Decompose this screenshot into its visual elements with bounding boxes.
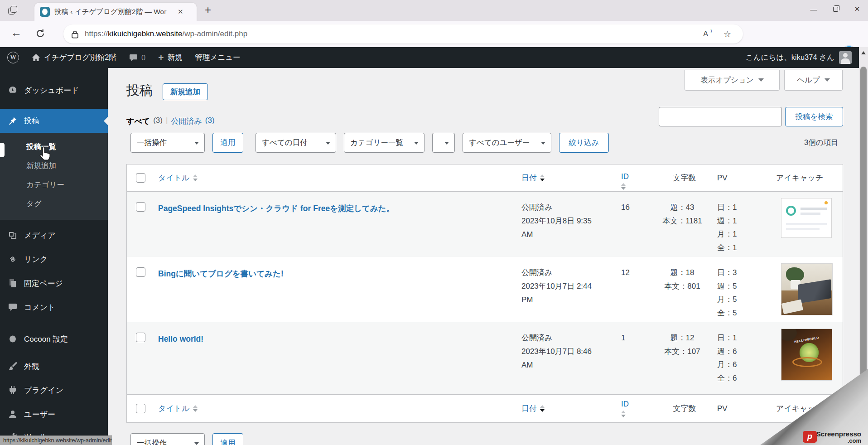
table-header: タイトル 日付 ID 文字数 PV アイキャッチ [127, 164, 843, 192]
sidebar-item-pages[interactable]: 固定ページ [0, 273, 108, 294]
sidebar-item-dashboard[interactable]: ダッシュボード [0, 80, 108, 101]
table-row: Bingに聞いてブログを書いてみた! 公開済み2023年10月7日 2:44PM… [127, 257, 843, 322]
help-button[interactable]: ヘルプ [784, 70, 843, 91]
media-icon [8, 231, 18, 240]
workspaces-icon[interactable] [8, 6, 18, 15]
search-posts-button[interactable]: 投稿を検索 [785, 107, 843, 126]
browser-tab[interactable]: 投稿 ‹ イチゲブログ別館2階 — Wor ✕ [34, 3, 197, 21]
sidebar-item-cocoon[interactable]: Cocoon 設定 [0, 329, 108, 349]
id-cell: 12 [621, 257, 652, 322]
post-thumbnail: HELLOWORLD [781, 329, 832, 381]
sort-by-date[interactable]: 日付 [521, 173, 545, 183]
tab-close-icon[interactable]: ✕ [178, 8, 183, 16]
apply-button[interactable]: 適用 [212, 133, 243, 153]
comment-bubble-icon [129, 54, 138, 62]
back-button[interactable]: ← [11, 26, 22, 39]
sidebar-item-links[interactable]: リンク [0, 249, 108, 270]
sidebar-item-comments[interactable]: コメント [0, 297, 108, 318]
select-all-checkbox[interactable] [136, 173, 145, 183]
comments-link[interactable]: 0 [129, 53, 145, 62]
wp-admin-bar: W イチゲブログ別館2階 0 + 新規 管理メニュー こんにちは、kiku374… [0, 47, 859, 68]
sidebar-item-plugins[interactable]: プラグイン [0, 380, 108, 401]
sort-by-title[interactable]: タイトル [158, 403, 198, 414]
row-checkbox[interactable] [136, 267, 145, 277]
sort-by-date[interactable]: 日付 [521, 403, 545, 414]
view-all-count: (3) [153, 116, 163, 126]
window-minimize-button[interactable]: — [803, 0, 825, 18]
appearance-brush-icon [8, 362, 18, 371]
greeting-text: こんにちは、kiku374 さん [746, 53, 834, 63]
chevron-down-icon [444, 142, 449, 145]
visit-site-link[interactable]: イチゲブログ別館2階 [32, 53, 116, 63]
url-bar[interactable]: https://kikuichigebkn.website/wp-admin/e… [63, 24, 743, 44]
chars-column-header: 文字数 [673, 404, 696, 413]
scrollbar-thumb[interactable] [860, 67, 867, 390]
plugin-icon [8, 386, 18, 395]
pv-cell: 日：1週：1月：1全：1 [717, 192, 776, 257]
thumbnail-column-header: アイキャッチ [776, 174, 823, 182]
home-icon [32, 53, 40, 62]
post-title-link[interactable]: Bingに聞いてブログを書いてみた! [158, 268, 284, 280]
submenu-item-categories[interactable]: カテゴリー [0, 176, 108, 193]
account-menu[interactable]: こんにちは、kiku374 さん [746, 51, 852, 64]
category-filter-select[interactable]: カテゴリー一覧 [344, 133, 424, 153]
sidebar-item-media[interactable]: メディア [0, 225, 108, 246]
browser-status-bar: https://kikuichigebkn.website/wp-admin/e… [0, 435, 112, 445]
sort-by-id[interactable]: ID [621, 166, 652, 190]
user-icon [8, 410, 18, 419]
author-filter-select[interactable]: すべてのユーザー [463, 133, 551, 153]
chars-column-header: 文字数 [673, 174, 696, 182]
extra-filter-select[interactable] [432, 133, 455, 153]
search-posts-input[interactable] [659, 107, 782, 126]
row-checkbox[interactable] [136, 333, 145, 342]
watermark-brand: Screenpresso [816, 430, 861, 438]
pv-cell: 日：1週：6月：6全：6 [717, 322, 776, 394]
submenu-item-all-posts[interactable]: 投稿一覧 [0, 138, 108, 155]
bulk-actions-select[interactable]: 一括操作 [130, 433, 205, 445]
window-close-button[interactable]: ✕ [846, 0, 868, 18]
sidebar-item-appearance[interactable]: 外観 [0, 356, 108, 377]
item-count: 3個の項目 [804, 138, 839, 148]
pv-column-header: PV [717, 174, 728, 182]
favorite-star-icon[interactable]: ☆ [723, 29, 731, 39]
post-title-link[interactable]: Hello world! [158, 333, 203, 345]
filter-button[interactable]: 絞り込み [559, 133, 609, 153]
posts-submenu: 投稿一覧 新規追加 カテゴリー タグ [0, 133, 108, 220]
row-checkbox[interactable] [136, 202, 145, 212]
chevron-down-icon [541, 142, 545, 145]
read-aloud-icon[interactable]: A [703, 30, 708, 38]
refresh-button[interactable] [35, 29, 45, 40]
comment-count: 0 [141, 53, 145, 62]
screenpresso-logo-icon: p [803, 431, 817, 443]
sidebar-item-users[interactable]: ユーザー [0, 404, 108, 425]
apply-button[interactable]: 適用 [212, 433, 243, 445]
window-restore-button[interactable] [825, 0, 846, 18]
new-content-link[interactable]: + 新規 [158, 52, 182, 63]
sort-by-title[interactable]: タイトル [158, 173, 198, 183]
url-text: https://kikuichigebkn.website/wp-admin/e… [85, 29, 247, 39]
cocoon-icon [8, 334, 18, 343]
wp-logo-menu[interactable]: W [7, 52, 19, 63]
new-tab-button[interactable]: + [205, 4, 211, 16]
date-filter-select[interactable]: すべての日付 [256, 133, 336, 153]
view-published-link[interactable]: 公開済み [171, 116, 202, 126]
view-all-link[interactable]: すべて [126, 116, 150, 126]
chevron-down-icon [758, 78, 764, 82]
scroll-up-arrow-icon[interactable] [859, 47, 868, 58]
admin-menu-link[interactable]: 管理メニュー [195, 53, 240, 63]
submenu-item-tags[interactable]: タグ [0, 195, 108, 212]
sort-by-id[interactable]: ID [621, 400, 652, 417]
sidebar-item-posts[interactable]: 投稿 [0, 109, 108, 133]
add-new-post-button[interactable]: 新規追加 [163, 83, 208, 100]
link-icon [8, 255, 18, 264]
browser-tab-strip: 投稿 ‹ イチゲブログ別館2階 — Wor ✕ + — ✕ [0, 0, 868, 21]
watermark-suffix: .com [848, 437, 861, 444]
select-all-checkbox[interactable] [136, 404, 145, 413]
submenu-item-add-new[interactable]: 新規追加 [0, 157, 108, 174]
screen-options-button[interactable]: 表示オプション [685, 70, 780, 91]
bulk-actions-select[interactable]: 一括操作 [130, 133, 205, 153]
chevron-down-icon [326, 142, 330, 145]
post-title-link[interactable]: PageSpeed Insightsでシン・クラウド for Freeを測定して… [158, 203, 394, 214]
view-filter-links: すべて (3) | 公開済み (3) [126, 116, 215, 126]
chevron-down-icon [414, 142, 419, 145]
